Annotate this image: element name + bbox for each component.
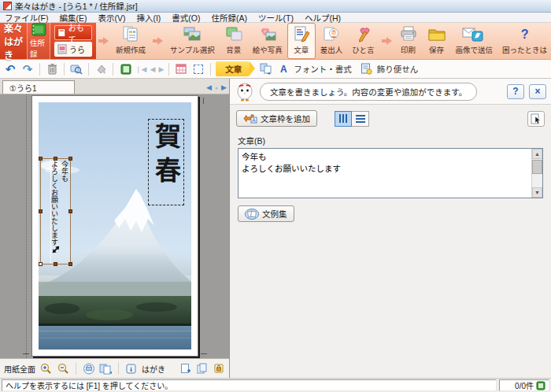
save-button[interactable]: 保存 <box>423 23 451 59</box>
tab-next-icon[interactable]: ▶ <box>221 83 227 91</box>
pictures-photos-icon <box>258 25 277 43</box>
nav-first-icon[interactable]: ❘◀ <box>135 65 146 73</box>
front-page-icon <box>57 28 66 38</box>
scroll-up-icon[interactable]: ▲ <box>532 149 542 159</box>
mascot-icon <box>235 81 255 102</box>
add-frame-icon: A <box>243 113 257 124</box>
flow-arrow-icon <box>98 35 109 46</box>
postcard-preview[interactable]: 賀春 今年も よろしくお願いいたします <box>31 95 198 357</box>
stationery-label[interactable]: 飾り便せん <box>377 63 419 75</box>
menu-addressbook[interactable]: 住所録(A) <box>212 12 248 24</box>
full-page-label: 用紙全面 <box>4 363 35 375</box>
print-preview-icon[interactable] <box>82 362 95 375</box>
text-button[interactable]: 文章 <box>287 23 316 59</box>
resize-handle-ml[interactable] <box>39 209 43 213</box>
pictures-photos-button[interactable]: 絵や写真 <box>248 23 287 59</box>
crop-mark <box>201 353 207 354</box>
menu-insert[interactable]: 挿入(I) <box>136 12 161 24</box>
resize-handle-tl[interactable] <box>39 157 43 161</box>
paper-type-label: はがき <box>142 363 165 375</box>
horizontal-text-toggle[interactable] <box>352 111 369 127</box>
multi-page-view-icon[interactable] <box>99 362 113 375</box>
sender-button[interactable]: 差出人 <box>316 23 348 59</box>
undo-icon[interactable]: ↶ <box>3 62 17 76</box>
canvas-tab-bar: ①うら1 ◀ ● ▶ <box>0 79 229 94</box>
copy-frame-icon[interactable] <box>259 62 273 76</box>
send-as-image-button[interactable]: 画像で送信 <box>451 23 498 59</box>
resize-handle-tm[interactable] <box>54 157 57 161</box>
resize-handle-mr[interactable] <box>68 209 72 213</box>
frame-picker-button[interactable] <box>527 111 545 127</box>
one-word-button[interactable]: ひと言 <box>347 23 379 59</box>
stationery-icon[interactable] <box>360 62 374 76</box>
horizontal-text-icon <box>356 115 365 123</box>
sender-icon <box>322 25 341 43</box>
nav-next-icon[interactable]: ▶ <box>158 65 164 73</box>
canvas-area[interactable]: 賀春 今年も よろしくお願いいたします <box>0 94 229 358</box>
lock-page-icon[interactable] <box>212 362 225 375</box>
page-tab[interactable]: ①うら1 <box>2 80 75 94</box>
text-edit-panel: 文章を書きましょう。内容の変更や追加ができます。 ? × A 文章枠を追加 文 <box>229 79 551 378</box>
message-text-frame[interactable]: 今年も よろしくお願いいたします <box>40 158 71 264</box>
menu-view[interactable]: 表示(V) <box>98 12 125 24</box>
scrollbar-thumb[interactable] <box>532 160 542 174</box>
redo-icon[interactable]: ↷ <box>20 62 35 76</box>
canvas-bottom-bar: 用紙全面 i はがき <box>0 358 229 378</box>
sample-select-button[interactable]: サンプル選択 <box>165 23 220 59</box>
app-mode-section: 楽々はがき 住所録 おもて うら <box>0 23 96 59</box>
status-help-text: ヘルプを表示するには [F1] を押してください。 <box>2 379 497 391</box>
select-frame-icon[interactable] <box>69 62 83 76</box>
resize-handle-bl[interactable] <box>39 262 43 266</box>
address-book-button[interactable]: 住所録 <box>27 20 50 61</box>
greeting-text-frame[interactable]: 賀春 <box>148 119 184 205</box>
print-button[interactable]: 印刷 <box>394 23 423 59</box>
text-mode-tab[interactable]: 文章 <box>216 61 250 76</box>
vertical-text-icon <box>339 114 347 123</box>
resize-handle-br[interactable] <box>68 262 72 266</box>
menu-tools[interactable]: ツール(T) <box>258 12 294 24</box>
front-side-button[interactable]: おもて <box>54 25 92 40</box>
fill-tool-icon-disabled <box>94 62 108 76</box>
vertical-text-toggle[interactable] <box>335 111 352 127</box>
new-document-button[interactable]: 新規作成 <box>111 23 150 59</box>
resize-handle-tr[interactable] <box>68 157 72 161</box>
app-name-label: 楽々はがき <box>4 21 23 61</box>
workspace: ①うら1 ◀ ● ▶ <box>0 79 551 378</box>
record-count-cell: 0/0件 <box>499 379 549 391</box>
menu-format[interactable]: 書式(O) <box>172 12 200 24</box>
zoom-out-icon[interactable] <box>57 362 70 375</box>
background-icon <box>224 25 243 43</box>
scroll-down-icon[interactable]: ▼ <box>532 187 542 198</box>
margin-guide <box>26 94 27 358</box>
nav-prev-icon[interactable]: ◀ <box>150 65 155 73</box>
copy-page-icon[interactable] <box>195 362 209 375</box>
marquee-select-icon[interactable] <box>191 62 205 76</box>
back-side-button[interactable]: うら <box>54 42 92 57</box>
font-icon[interactable]: A <box>276 62 290 76</box>
app-window: 楽々はがき - [うら1 * / 住所録.jsr] ファイル(F) 編集(E) … <box>0 0 551 392</box>
font-format-label[interactable]: フォント・書式 <box>294 63 352 75</box>
address-book-small-icon[interactable] <box>118 62 132 76</box>
sample-phrases-button[interactable]: 文例集 <box>238 205 294 222</box>
add-page-icon[interactable] <box>179 362 192 375</box>
background-button[interactable]: 背景 <box>220 23 248 59</box>
message-textarea[interactable]: 今年も よろしくお願いいたします <box>239 149 531 198</box>
tab-prev-icon[interactable]: ◀ <box>206 83 212 91</box>
resize-handle-bm[interactable] <box>54 262 57 266</box>
menu-help[interactable]: ヘルプ(H) <box>305 12 341 24</box>
back-page-icon <box>57 44 67 54</box>
delete-icon[interactable] <box>45 62 59 76</box>
paper-info-icon[interactable]: i <box>124 362 138 375</box>
panel-help-button[interactable]: ? <box>507 84 524 99</box>
help-question-icon: ? <box>521 27 529 43</box>
data-table-icon[interactable] <box>174 62 188 76</box>
textarea-scrollbar[interactable]: ▲ ▼ <box>531 149 542 198</box>
zoom-in-icon[interactable] <box>39 362 53 375</box>
add-text-frame-button[interactable]: A 文章枠を追加 <box>236 110 317 127</box>
panel-close-button[interactable]: × <box>529 84 546 99</box>
panel-header: 文章を書きましょう。内容の変更や追加ができます。 ? × <box>230 79 551 105</box>
help-button[interactable]: ? 困ったときは <box>497 23 551 59</box>
edit-toolbar: ↶ ↷ ❘◀ ◀ ▶ 文章 A フォント・書式 <box>0 60 551 79</box>
send-as-image-icon <box>462 25 486 43</box>
guide-bubble: 文章を書きましょう。内容の変更や追加ができます。 <box>260 83 477 101</box>
